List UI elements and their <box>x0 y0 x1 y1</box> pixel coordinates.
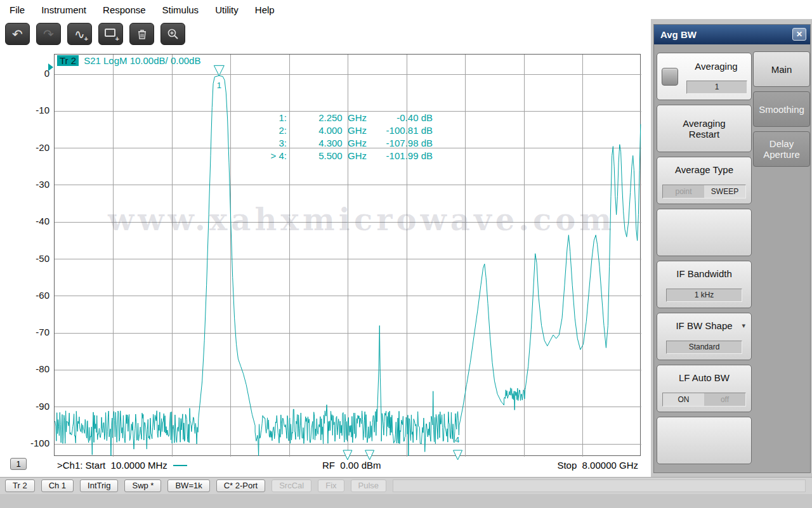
lf-auto-bw-label: LF Auto BW <box>657 372 751 383</box>
y-axis-tick-label: -50 <box>0 252 49 265</box>
marker-value: -101.99 dB <box>367 150 433 162</box>
plus-icon: + <box>84 36 88 42</box>
status-message-area <box>393 479 806 492</box>
plot-footer: >Ch1: Start 10.0000 MHz RF 0.00 dBm Stop… <box>0 459 651 474</box>
add-trace-button[interactable]: ∿ + <box>67 23 92 45</box>
if-bandwidth-label: IF Bandwidth <box>657 268 751 279</box>
y-axis-tick-label: -100 <box>0 437 49 450</box>
marker-frequency: 4.000 GHz <box>287 124 367 137</box>
trace-color-swatch <box>173 465 187 466</box>
average-type-point-option[interactable]: point <box>663 185 704 198</box>
status-button-swp[interactable]: Swp * <box>124 479 161 492</box>
tab-smoothing[interactable]: Smoothing <box>753 91 810 127</box>
averaging-count-field[interactable]: 1 <box>686 81 747 94</box>
menu-item-stimulus[interactable]: Stimulus <box>154 1 207 18</box>
marker-number: 2: <box>254 124 287 137</box>
toolbar: ↶ ↷ ∿ + + <box>5 23 185 45</box>
if-bw-shape-label: IF BW Shape <box>657 320 751 331</box>
trace-badge: Tr 2 <box>57 55 79 66</box>
trash-icon <box>136 28 148 41</box>
trace-header[interactable]: Tr 2 S21 LogM 10.00dB/ 0.00dB <box>57 55 200 66</box>
marker-number: 1: <box>254 112 287 124</box>
undo-icon: ↶ <box>12 28 23 41</box>
y-axis-tick-label: -20 <box>0 141 49 154</box>
delete-trace-button[interactable] <box>129 23 154 45</box>
y-axis-tick-label: -70 <box>0 326 49 339</box>
start-frequency-text: >Ch1: Start 10.0000 MHz <box>57 460 167 471</box>
menu-bar: FileInstrumentResponseStimulusUtilityHel… <box>0 0 812 19</box>
avg-bw-dialog: Avg BW ✕ Averaging 1 Averaging Restart A… <box>653 24 811 473</box>
marker-frequency: 2.250 GHz <box>287 112 367 124</box>
marker-readout: 1:2.250 GHz-0.40 dB2:4.000 GHz-100.81 dB… <box>254 112 433 162</box>
redo-button[interactable]: ↷ <box>36 23 61 45</box>
y-axis-tick-label: -30 <box>0 178 49 191</box>
rf-power-label: RF 0.00 dBm <box>322 460 381 471</box>
y-axis-tick-label: -10 <box>0 104 49 117</box>
y-axis-tick-label: 0 <box>0 67 49 80</box>
y-axis-tick-label: -60 <box>0 289 49 302</box>
marker-number: 3: <box>254 137 287 150</box>
status-button-srccal[interactable]: SrcCal <box>272 479 311 492</box>
marker-value: -100.81 dB <box>367 124 433 137</box>
zoom-button[interactable] <box>160 23 185 45</box>
marker-frequency: 5.500 GHz <box>287 150 367 162</box>
main-area: ↶ ↷ ∿ + + www.xah <box>0 19 651 477</box>
tab-delay-aperture[interactable]: Delay Aperture <box>753 131 810 167</box>
lf-auto-bw-off-option[interactable]: off <box>704 393 745 406</box>
status-button-ch-1[interactable]: Ch 1 <box>41 479 74 492</box>
marker-frequency: 4.300 GHz <box>287 137 367 150</box>
menu-item-instrument[interactable]: Instrument <box>33 1 95 18</box>
add-trace-icon: ∿ <box>74 28 85 41</box>
dialog-title: Avg BW <box>660 29 697 40</box>
tab-main[interactable]: Main <box>753 51 810 87</box>
dialog-titlebar[interactable]: Avg BW ✕ <box>654 25 810 44</box>
status-button-inttrig[interactable]: IntTrig <box>80 479 118 492</box>
dropdown-arrow-icon: ▾ <box>742 322 745 330</box>
status-button-bw-1k[interactable]: BW=1k <box>167 479 209 492</box>
dialog-tabs: MainSmoothingDelay Aperture <box>753 51 810 171</box>
reference-level-arrow-icon <box>48 63 53 71</box>
averaging-led-indicator <box>662 68 678 86</box>
menu-item-file[interactable]: File <box>1 1 33 18</box>
status-bar: Tr 2Ch 1IntTrigSwp *BW=1kC* 2-PortSrcCal… <box>0 477 812 494</box>
lf-auto-bw-on-option[interactable]: ON <box>663 393 704 406</box>
if-bw-shape-field[interactable]: Standard <box>666 341 742 354</box>
status-button-c-2-port[interactable]: C* 2-Port <box>216 479 265 492</box>
stimulus-start-label: >Ch1: Start 10.0000 MHz <box>57 460 187 471</box>
trace-title: S21 LogM 10.00dB/ 0.00dB <box>84 55 200 66</box>
average-type-sweep-option[interactable]: SWEEP <box>704 185 745 198</box>
marker-value: -0.40 dB <box>367 112 433 124</box>
status-button-tr-2[interactable]: Tr 2 <box>5 479 35 492</box>
undo-button[interactable]: ↶ <box>5 23 30 45</box>
new-window-button[interactable]: + <box>98 23 123 45</box>
stimulus-stop-label: Stop 8.00000 GHz <box>557 460 638 471</box>
if-bandwidth-button[interactable]: IF Bandwidth 1 kHz <box>657 261 752 308</box>
average-type-label: Average Type <box>657 164 751 175</box>
averaging-restart-button[interactable]: Averaging Restart <box>657 105 752 152</box>
channel-badge[interactable]: 1 <box>10 458 27 470</box>
lf-auto-bw-button[interactable]: LF Auto BW ON off <box>657 365 752 412</box>
marker-1-label: 1 <box>217 81 221 90</box>
close-icon[interactable]: ✕ <box>792 28 806 41</box>
y-axis-tick-label: -80 <box>0 363 49 375</box>
menu-item-help[interactable]: Help <box>247 1 283 18</box>
plus-icon: + <box>115 36 119 42</box>
menu-item-utility[interactable]: Utility <box>207 1 247 18</box>
zoom-icon <box>166 27 180 41</box>
marker-number: > 4: <box>254 150 287 162</box>
y-axis-tick-label: -40 <box>0 215 49 228</box>
status-button-fix[interactable]: Fix <box>318 479 344 492</box>
y-axis-tick-label: -90 <box>0 400 49 413</box>
if-bandwidth-field[interactable]: 1 kHz <box>666 289 742 302</box>
average-type-button[interactable]: Average Type point SWEEP <box>657 157 752 204</box>
averaging-button[interactable]: Averaging 1 <box>657 53 752 100</box>
softkey-column: Averaging 1 Averaging Restart Average Ty… <box>657 53 752 469</box>
blank-softkey-1 <box>657 209 752 256</box>
averaging-label: Averaging <box>683 61 750 72</box>
averaging-restart-label: Averaging Restart <box>672 118 736 140</box>
menu-item-response[interactable]: Response <box>95 1 154 18</box>
status-button-pulse[interactable]: Pulse <box>351 479 387 492</box>
marker-value: -107.98 dB <box>367 137 433 150</box>
marker-4-label: 4 <box>455 435 459 445</box>
if-bw-shape-button[interactable]: IF BW Shape ▾ Standard <box>657 313 752 360</box>
